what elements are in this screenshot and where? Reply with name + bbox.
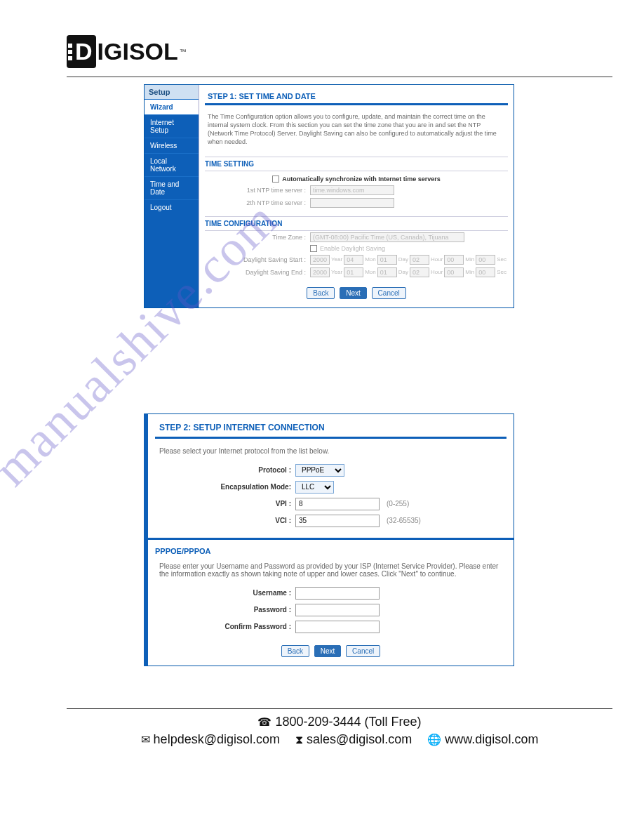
brand-logo: D IGISOL ™ <box>67 35 612 68</box>
ntp1-label: 1st NTP time server : <box>205 187 310 194</box>
dse-sec[interactable] <box>476 267 495 277</box>
protocol-select[interactable]: PPPoE <box>295 464 344 477</box>
footer-web: www.digisol.com <box>445 732 538 746</box>
screenshot-step2: STEP 2: SETUP INTERNET CONNECTION Please… <box>144 413 514 666</box>
globe-icon: 🌐 <box>427 734 441 746</box>
sidebar: Setup Wizard Internet Setup Wireless Loc… <box>145 85 199 307</box>
protocol-label: Protocol : <box>155 466 295 474</box>
next-button-2[interactable]: Next <box>314 645 342 657</box>
sidebar-item-wizard[interactable]: Wizard <box>145 99 199 114</box>
timezone-label: Time Zone : <box>205 234 310 241</box>
dss-sec[interactable] <box>476 255 495 265</box>
step1-description: The Time Configuration option allows you… <box>205 105 508 154</box>
enable-daylight-label: Enable Daylight Saving <box>320 245 385 252</box>
dse-min[interactable] <box>444 267 464 277</box>
sidebar-item-time-and-date[interactable]: Time and Date <box>145 176 199 199</box>
step2-title: STEP 2: SETUP INTERNET CONNECTION <box>155 417 507 439</box>
cancel-button[interactable]: Cancel <box>372 287 406 299</box>
step2-description: Please select your Internet protocol fro… <box>155 439 507 462</box>
sidebar-item-wireless[interactable]: Wireless <box>145 138 199 153</box>
hourglass-icon: ⧗ <box>295 734 303 746</box>
confirm-password-input[interactable] <box>295 621 380 633</box>
dss-hour[interactable] <box>410 255 429 265</box>
logo-part2: IGISOL <box>98 38 178 65</box>
vci-input[interactable] <box>295 515 380 527</box>
username-label: Username : <box>155 589 295 597</box>
encap-select[interactable]: LLC <box>295 481 334 494</box>
sidebar-item-internet-setup[interactable]: Internet Setup <box>145 114 199 138</box>
dss-day[interactable] <box>377 255 397 265</box>
time-setting-header: TIME SETTING <box>205 157 508 171</box>
dss-year[interactable] <box>310 255 330 265</box>
footer-sales: sales@digisol.com <box>307 732 412 746</box>
dss-min[interactable] <box>444 255 464 265</box>
auto-sync-label: Automatically synchronize with Internet … <box>282 176 441 183</box>
mail-icon: ✉ <box>141 734 150 746</box>
step1-title: STEP 1: SET TIME AND DATE <box>205 88 508 105</box>
time-config-header: TIME CONFIGURATION <box>205 216 508 231</box>
encap-label: Encapsulation Mode: <box>155 483 295 491</box>
header-rule <box>67 77 612 77</box>
auto-sync-checkbox[interactable] <box>272 176 279 183</box>
pppoe-header: PPPOE/PPPOA <box>155 540 507 558</box>
logo-tm: ™ <box>180 48 187 55</box>
enable-daylight-checkbox[interactable] <box>310 245 317 252</box>
ntp2-label: 2th NTP time server : <box>205 199 310 206</box>
password-input[interactable] <box>295 604 380 616</box>
cancel-button-2[interactable]: Cancel <box>346 645 380 657</box>
timezone-select[interactable] <box>310 232 464 242</box>
footer-helpdesk: helpdesk@digisol.com <box>154 732 280 746</box>
sidebar-item-logout[interactable]: Logout <box>145 199 199 215</box>
pppoe-description: Please enter your Username and Password … <box>155 558 507 585</box>
vpi-hint: (0-255) <box>380 500 409 508</box>
ntp1-input[interactable] <box>310 185 394 195</box>
dse-year[interactable] <box>310 267 330 277</box>
sidebar-item-local-network[interactable]: Local Network <box>145 153 199 176</box>
phone-icon: ☎ <box>257 716 271 728</box>
confirm-password-label: Confirm Password : <box>155 623 295 630</box>
logo-part1: D <box>75 38 92 65</box>
page-footer: ☎ 1800-209-3444 (Toll Free) ✉ helpdesk@d… <box>67 708 612 747</box>
vpi-input[interactable] <box>295 498 380 510</box>
footer-phone: 1800-209-3444 (Toll Free) <box>275 715 421 729</box>
main-panel-step1: STEP 1: SET TIME AND DATE The Time Confi… <box>199 85 514 307</box>
dse-mon[interactable] <box>344 267 363 277</box>
password-label: Password : <box>155 606 295 614</box>
back-button[interactable]: Back <box>307 287 335 299</box>
username-input[interactable] <box>295 587 380 600</box>
dse-day[interactable] <box>377 267 397 277</box>
back-button-2[interactable]: Back <box>281 645 309 657</box>
dse-hour[interactable] <box>410 267 429 277</box>
screenshot-step1: Setup Wizard Internet Setup Wireless Loc… <box>144 84 514 308</box>
next-button[interactable]: Next <box>340 287 367 299</box>
dse-label: Daylight Saving End : <box>205 269 310 276</box>
vci-hint: (32-65535) <box>380 517 421 524</box>
dss-mon[interactable] <box>344 255 363 265</box>
vci-label: VCI : <box>155 517 295 524</box>
dss-label: Daylight Saving Start : <box>205 256 310 263</box>
sidebar-header: Setup <box>145 85 199 99</box>
vpi-label: VPI : <box>155 500 295 508</box>
ntp2-input[interactable] <box>310 198 394 208</box>
